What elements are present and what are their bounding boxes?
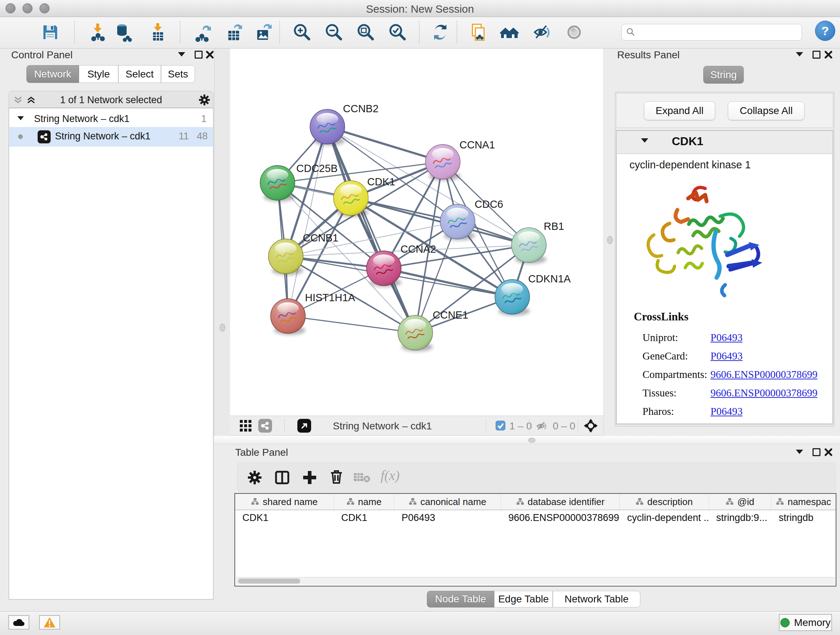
tab-sets[interactable]: Sets — [161, 65, 195, 83]
network-graph[interactable]: CCNB2CCNA1CDC25BCDK1CDC6RB1CCNB1CCNA2CDK… — [230, 49, 603, 416]
birdseye-crosshair-icon[interactable] — [584, 419, 598, 432]
zoom-out-button[interactable] — [324, 22, 344, 42]
entry-expander-icon[interactable] — [641, 138, 648, 143]
clone-network-button[interactable] — [468, 22, 488, 42]
control-panel-close-button[interactable] — [205, 50, 214, 59]
tissues-link[interactable]: 9606.ENSP00000378699 — [711, 387, 818, 399]
warnings-button[interactable] — [39, 615, 60, 630]
show-columns-icon[interactable] — [274, 470, 290, 486]
column-header[interactable]: @id — [709, 494, 772, 510]
tab-style[interactable]: Style — [79, 65, 118, 83]
table-horizontal-scrollbar[interactable] — [236, 577, 835, 585]
import-network-from-file-button[interactable] — [88, 22, 108, 42]
gear-icon[interactable] — [199, 94, 210, 106]
hierarchy-icon — [516, 498, 524, 506]
table-panel-title: Table Panel — [235, 447, 288, 458]
import-table-from-file-button[interactable] — [148, 22, 168, 42]
expand-all-button[interactable]: Expand All — [644, 101, 715, 120]
control-panel-float-button[interactable] — [195, 51, 202, 59]
pharos-link[interactable]: P06493 — [711, 405, 743, 417]
results-panel-float-button[interactable] — [813, 51, 821, 59]
control-panel-menu-icon[interactable] — [178, 52, 185, 57]
open-in-window-button[interactable] — [297, 419, 311, 432]
scrollbar-thumb[interactable] — [238, 578, 300, 584]
horizontal-splitter[interactable] — [214, 436, 840, 444]
column-header[interactable]: description — [620, 494, 709, 510]
cell-database-identifier[interactable]: 9606.ENSP00000378699 — [501, 510, 620, 525]
network-canvas[interactable]: CCNB2CCNA1CDC25BCDK1CDC6RB1CCNB1CCNA2CDK… — [230, 49, 603, 416]
network-collection-row[interactable]: String Network – cdk1 1 — [9, 111, 213, 127]
column-header[interactable]: database identifier — [501, 494, 620, 510]
results-panel-menu-icon[interactable] — [796, 52, 803, 57]
right-splitter[interactable] — [603, 49, 615, 436]
table-panel-float-button[interactable] — [813, 448, 821, 456]
open-session-button[interactable] — [11, 22, 31, 42]
cell-description[interactable]: cyclin-dependent ... — [620, 510, 709, 525]
network-edge-CCNB2-HIST1H1A[interactable] — [288, 127, 327, 316]
search-field-wrap — [622, 24, 802, 41]
table-row[interactable]: CDK1 CDK1 P06493 9606.ENSP00000378699 cy… — [235, 510, 836, 525]
table-gear-icon[interactable] — [248, 470, 262, 485]
network-edge-HIST1H1A-CCNE1[interactable] — [288, 316, 415, 333]
cloud-button[interactable] — [8, 615, 29, 630]
splitter-handle[interactable] — [219, 324, 225, 332]
export-network-button[interactable] — [193, 22, 213, 42]
crosslinks-values: P06493 P06493 9606.ENSP00000378699 9606.… — [711, 328, 818, 421]
delete-column-icon[interactable] — [328, 469, 344, 485]
tab-select[interactable]: Select — [118, 65, 161, 83]
zoom-selected-button[interactable] — [387, 22, 407, 42]
column-header[interactable]: canonical name — [394, 494, 501, 510]
compartments-link[interactable]: 9606.ENSP00000378699 — [711, 369, 818, 380]
tab-network[interactable]: Network — [27, 65, 79, 83]
results-panel-close-button[interactable] — [824, 50, 833, 59]
network-node-label: CDC6 — [475, 198, 503, 210]
export-image-button[interactable] — [253, 22, 273, 42]
node-gloss — [275, 242, 297, 254]
cell-id[interactable]: stringdb:9... — [709, 510, 772, 525]
collection-expander-icon[interactable] — [17, 116, 24, 120]
network-badge-icon — [258, 419, 272, 432]
network-row-selected[interactable]: String Network – cdk1 11 48 — [9, 127, 213, 147]
cell-name[interactable]: CDK1 — [334, 510, 394, 525]
memory-button[interactable]: Memory — [779, 614, 832, 631]
add-column-icon[interactable] — [302, 470, 317, 486]
fx-formula-button: f(x) — [381, 467, 400, 483]
network-edge-CCNB2-CCNA1[interactable] — [327, 127, 443, 162]
tab-edge-table[interactable]: Edge Table — [494, 591, 553, 608]
show-all-button[interactable] — [499, 22, 519, 42]
splitter-handle[interactable] — [607, 236, 613, 244]
genecard-link[interactable]: P06493 — [711, 350, 743, 362]
splitter-handle[interactable] — [528, 438, 535, 443]
save-session-button[interactable] — [40, 22, 60, 42]
tab-network-table[interactable]: Network Table — [553, 591, 640, 608]
import-network-from-database-button[interactable] — [113, 22, 133, 42]
zoom-in-button[interactable] — [292, 22, 312, 42]
node-gloss — [267, 169, 288, 181]
column-header[interactable]: shared name — [235, 494, 334, 510]
table-panel-close-button[interactable] — [824, 448, 833, 456]
help-button[interactable]: ? — [815, 21, 835, 41]
selected-checkbox[interactable] — [496, 421, 505, 431]
apply-layout-button[interactable] — [430, 22, 450, 42]
zoom-fit-button[interactable] — [355, 22, 376, 42]
column-header[interactable]: name — [334, 494, 394, 510]
column-header[interactable]: namespac — [771, 494, 836, 510]
export-table-button[interactable] — [224, 22, 244, 42]
tab-node-table[interactable]: Node Table — [427, 591, 494, 608]
cell-namespace[interactable]: stringdb — [771, 510, 836, 525]
left-splitter[interactable] — [214, 49, 231, 436]
show-hidden-button[interactable] — [564, 22, 584, 42]
collapse-all-button[interactable]: Collapse All — [728, 101, 805, 120]
uniprot-link[interactable]: P06493 — [711, 332, 743, 343]
node-gloss — [501, 283, 523, 295]
tab-string[interactable]: String — [703, 66, 744, 84]
hide-selected-button[interactable] — [532, 22, 552, 42]
cell-canonical-name[interactable]: P06493 — [394, 510, 501, 525]
search-input[interactable] — [638, 26, 799, 39]
entry-content: cyclin-dependent kinase 1 — [617, 154, 832, 423]
string-network-icon — [38, 130, 51, 143]
check-icon — [498, 424, 503, 428]
cell-shared-name[interactable]: CDK1 — [235, 510, 334, 525]
table-panel-menu-icon[interactable] — [796, 450, 803, 454]
grid-view-icon[interactable] — [240, 420, 252, 432]
